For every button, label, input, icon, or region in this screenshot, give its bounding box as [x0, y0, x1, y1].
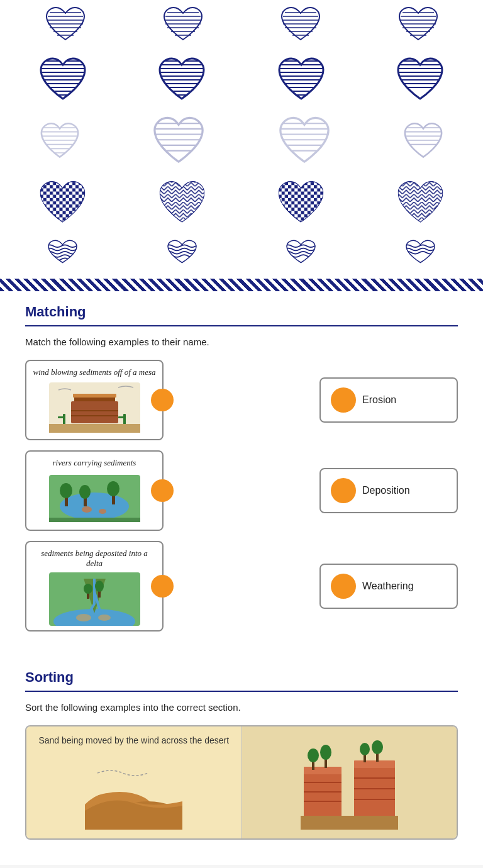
svg-rect-147 [301, 816, 398, 830]
sorting-section: Sorting Sort the following examples into… [25, 669, 458, 840]
heart-icon [395, 56, 445, 105]
heart-icon [403, 239, 438, 267]
svg-point-123 [76, 614, 91, 621]
connect-dot-weathering[interactable] [331, 574, 356, 599]
heart-icon [276, 115, 333, 169]
heart-icon [276, 56, 326, 105]
rivers-text: rivers carrying sediments [33, 458, 156, 468]
matching-instruction: Match the following examples to their na… [25, 337, 458, 347]
section-divider [25, 325, 458, 326]
connect-dot-erosion[interactable] [331, 387, 356, 413]
matching-section: Matching Match the following examples to… [25, 304, 458, 632]
svg-point-144 [360, 743, 370, 755]
wind-mesa-image [33, 382, 156, 433]
connect-dot-rivers[interactable] [151, 479, 174, 502]
svg-point-124 [98, 615, 111, 621]
svg-point-107 [60, 492, 129, 520]
mesa-illustration [49, 382, 140, 433]
svg-point-140 [308, 748, 319, 762]
matching-row-3: sediments being deposited into a delta [25, 541, 458, 632]
svg-rect-134 [354, 764, 395, 817]
heart-icon [150, 115, 207, 169]
svg-rect-135 [354, 760, 395, 768]
heart-icon [38, 121, 82, 162]
connect-dot-delta[interactable] [151, 575, 174, 598]
heart-icon [43, 5, 87, 46]
svg-point-142 [320, 745, 331, 760]
heart-icon [38, 56, 88, 105]
svg-point-120 [84, 584, 92, 594]
matching-area: wind blowing sediments off of a mesa [25, 360, 458, 632]
header-stripe-border [0, 279, 483, 291]
connect-dot-deposition[interactable] [331, 478, 356, 503]
heart-icon [274, 179, 328, 229]
rock-layers-illustration [301, 735, 398, 830]
svg-rect-129 [304, 770, 341, 817]
svg-point-146 [372, 740, 383, 754]
heart-icon [36, 179, 89, 229]
left-card-delta[interactable]: sediments being deposited into a delta [25, 541, 164, 632]
delta-text: sediments being deposited into a delta [33, 548, 156, 569]
heart-icon [394, 179, 447, 229]
sort-card-sand-text: Sand being moved by the wind across the … [38, 735, 229, 745]
svg-rect-104 [118, 416, 126, 418]
heart-icon [284, 239, 318, 267]
right-card-deposition[interactable]: Deposition [319, 468, 458, 513]
sorting-title: Sorting [25, 669, 458, 686]
svg-point-113 [107, 481, 119, 496]
heart-icon [45, 239, 80, 267]
svg-point-109 [60, 483, 72, 498]
svg-point-114 [82, 506, 92, 513]
erosion-label: Erosion [362, 394, 396, 406]
sorting-divider [25, 691, 458, 692]
matching-row-1: wind blowing sediments off of a mesa [25, 360, 458, 440]
right-card-weathering[interactable]: Weathering [319, 564, 458, 609]
sorting-instruction: Sort the following examples into the cor… [25, 702, 458, 713]
matching-row-2: rivers carrying sediments [25, 450, 458, 531]
wind-mesa-text: wind blowing sediments off of a mesa [33, 367, 156, 377]
sort-card-rocks[interactable] [242, 726, 457, 838]
weathering-label: Weathering [362, 581, 414, 592]
heart-icon [155, 179, 209, 229]
right-card-erosion[interactable]: Erosion [319, 377, 458, 423]
connect-dot-wind[interactable] [151, 389, 174, 411]
heart-icon [396, 5, 440, 46]
svg-rect-105 [49, 424, 140, 433]
river-illustration [49, 475, 140, 522]
sort-card-sand[interactable]: Sand being moved by the wind across the … [26, 726, 242, 838]
heart-icon [157, 56, 207, 105]
heart-icon [401, 121, 445, 162]
rivers-image [33, 473, 156, 523]
svg-point-115 [99, 509, 106, 514]
svg-rect-98 [73, 394, 116, 398]
heart-icon [161, 5, 205, 46]
delta-illustration [49, 572, 140, 626]
sorting-cards-container: Sand being moved by the wind across the … [25, 725, 458, 840]
left-card-wind-mesa[interactable]: wind blowing sediments off of a mesa [25, 360, 164, 440]
svg-rect-102 [58, 416, 65, 418]
sand-dunes-illustration [85, 754, 182, 830]
matching-title: Matching [25, 304, 458, 320]
left-card-rivers[interactable]: rivers carrying sediments [25, 450, 164, 531]
heart-icon [165, 239, 199, 267]
svg-rect-97 [71, 401, 118, 423]
delta-image [33, 574, 156, 624]
svg-point-122 [95, 581, 104, 592]
main-content: Matching Match the following examples to… [0, 291, 483, 865]
svg-rect-130 [304, 767, 341, 774]
deposition-label: Deposition [362, 485, 410, 496]
svg-rect-116 [49, 518, 140, 522]
heart-icon [279, 5, 323, 46]
header-decoration [0, 0, 483, 279]
svg-point-111 [79, 485, 91, 499]
